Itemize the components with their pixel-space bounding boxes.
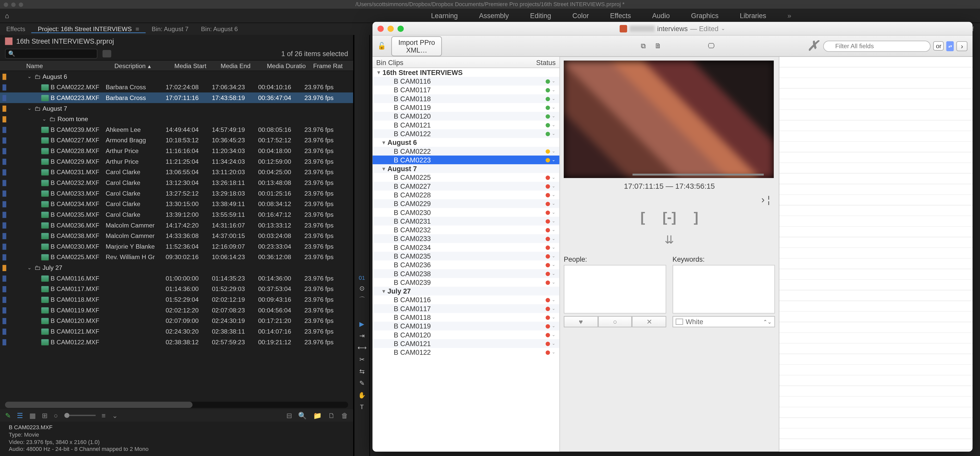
filter-input[interactable] <box>823 40 931 51</box>
fw-clip-row[interactable]: B CAM0118⌄ <box>372 94 559 103</box>
fw-disclosure-icon[interactable]: ▼ <box>376 70 382 75</box>
label-chip[interactable] <box>3 264 6 270</box>
new-bin-icon[interactable] <box>103 50 111 57</box>
label-chip[interactable] <box>3 318 6 324</box>
status-chevron-icon[interactable]: ⌄ <box>552 236 555 241</box>
new-bin-footer-icon[interactable]: 📁 <box>313 412 322 419</box>
automate-icon[interactable]: ⊟ <box>286 412 292 419</box>
disclosure-icon[interactable]: ⌄ <box>26 106 32 111</box>
fw-clip-row[interactable]: B CAM0236⌄ <box>372 261 559 269</box>
find-icon[interactable]: 🔍 <box>298 412 307 419</box>
import-xml-button[interactable]: Import PPro XML… <box>391 36 442 56</box>
scrubber[interactable] <box>632 174 764 175</box>
label-chip[interactable] <box>3 190 6 196</box>
status-chevron-icon[interactable]: ⌄ <box>552 105 555 110</box>
clip-row[interactable]: B CAM0229.MXFArthur Price11:21:25:0411:3… <box>0 156 353 167</box>
fw-titlebar[interactable]: interviews — Edited ⌄ <box>372 22 973 36</box>
workspace-effects[interactable]: Effects <box>610 12 631 19</box>
clip-row[interactable]: B CAM0236.MXFMalcolm Cammer14:17:42:2014… <box>0 220 353 230</box>
status-chevron-icon[interactable]: ⌄ <box>552 315 555 320</box>
status-chevron-icon[interactable]: ⌄ <box>552 184 555 189</box>
status-chevron-icon[interactable]: ⌄ <box>552 254 555 259</box>
fw-clip-row[interactable]: B CAM0119⌄ <box>372 103 559 112</box>
freeform-view-icon[interactable]: ⊞ <box>42 412 48 419</box>
label-chip[interactable] <box>3 84 6 90</box>
tab-bin-aug7[interactable]: Bin: August 7 <box>145 25 195 32</box>
disclosure-icon[interactable]: ⌄ <box>26 265 32 270</box>
link-icon[interactable]: ⌒ <box>359 296 365 304</box>
fw-clip-row[interactable]: B CAM0235⌄ <box>372 252 559 261</box>
label-chip[interactable] <box>3 233 6 239</box>
status-chevron-icon[interactable]: ⌄ <box>552 210 555 215</box>
writable-icon[interactable]: ✎ <box>5 412 11 419</box>
fw-clip-row[interactable]: B CAM0116⌄ <box>372 296 559 304</box>
mark-out-icon[interactable]: ] <box>694 210 698 226</box>
monitor-icon[interactable]: 🖵 <box>708 42 714 50</box>
color-picker[interactable]: White ⌃⌄ <box>673 316 775 327</box>
slip-tool-icon[interactable]: ⇆ <box>360 368 364 375</box>
clip-row[interactable]: B CAM0223.MXFBarbara Cross17:07:11:1617:… <box>0 92 353 103</box>
fw-clip-row[interactable]: B CAM0233⌄ <box>372 234 559 243</box>
duplicate-icon[interactable]: ⧉ <box>641 42 646 50</box>
workspace-assembly[interactable]: Assembly <box>479 12 509 19</box>
selection-tool-icon[interactable]: ▶ <box>360 320 364 327</box>
zoom-out-icon[interactable]: ○ <box>54 412 58 419</box>
status-chevron-icon[interactable]: ⌄ <box>552 297 555 302</box>
label-chip[interactable] <box>3 222 6 228</box>
fw-max-icon[interactable] <box>398 25 404 31</box>
zoom-slider[interactable] <box>64 415 95 416</box>
workspace-editing[interactable]: Editing <box>530 12 551 19</box>
tab-bin-aug6[interactable]: Bin: August 6 <box>195 25 244 32</box>
panel-menu-icon[interactable]: ≡ <box>135 25 139 32</box>
clip-row[interactable]: B CAM0122.MXF02:38:38:1202:57:59:2300:19… <box>0 337 353 347</box>
status-chevron-icon[interactable]: ⌄ <box>552 271 555 276</box>
label-chip[interactable] <box>3 169 6 175</box>
status-chevron-icon[interactable]: ⌄ <box>552 245 555 250</box>
track-select-tool-icon[interactable]: ⇥ <box>360 332 364 339</box>
fw-clip-row[interactable]: B CAM0238⌄ <box>372 269 559 278</box>
type-tool-icon[interactable]: T <box>360 404 364 410</box>
keywords-field[interactable] <box>673 265 775 314</box>
fw-clip-row[interactable]: B CAM0230⌄ <box>372 208 559 217</box>
clip-row[interactable]: B CAM0231.MXFCarol Clarke13:06:55:0413:1… <box>0 167 353 178</box>
col-media-start[interactable]: Media Start <box>172 62 218 69</box>
clip-row[interactable]: B CAM0230.MXFMarjorie Y Blanke11:52:36:0… <box>0 241 353 252</box>
label-chip[interactable] <box>3 275 6 281</box>
trash-icon[interactable]: 🗑 <box>341 412 348 419</box>
fw-clip-row[interactable]: B CAM0225⌄ <box>372 173 559 181</box>
col-name[interactable]: Name <box>9 62 112 69</box>
fw-clip-row[interactable]: B CAM0231⌄ <box>372 217 559 226</box>
status-chevron-icon[interactable]: ⌄ <box>552 306 555 311</box>
next-button[interactable]: › <box>956 41 967 51</box>
fw-clip-row[interactable]: B CAM0120⌄ <box>372 112 559 121</box>
fw-clip-row[interactable]: B CAM0116⌄ <box>372 77 559 86</box>
tab-project[interactable]: Project: 16th Street INTERVIEWS≡ <box>32 25 145 33</box>
label-chip[interactable] <box>3 127 6 133</box>
transcript-pane[interactable] <box>779 57 972 452</box>
label-chip[interactable] <box>3 137 6 143</box>
export-icon[interactable]: ⇊ <box>564 233 775 247</box>
fw-clip-row[interactable]: B CAM0222⌄ <box>372 147 559 156</box>
clip-row[interactable]: B CAM0121.MXF02:24:30:2002:38:38:1100:14… <box>0 326 353 337</box>
fw-clip-row[interactable]: B CAM0229⌄ <box>372 199 559 208</box>
fw-disclosure-icon[interactable]: ▼ <box>381 166 387 172</box>
label-chip[interactable] <box>3 105 6 111</box>
status-chevron-icon[interactable]: ⌄ <box>552 122 555 127</box>
col-description[interactable]: Description▲ <box>112 62 172 69</box>
ripple-tool-icon[interactable]: ⟷ <box>358 344 366 351</box>
razor-tool-icon[interactable]: ✂ <box>360 356 364 363</box>
fw-disclosure-icon[interactable]: ▼ <box>381 288 387 294</box>
fw-clip-row[interactable]: B CAM0119⌄ <box>372 322 559 330</box>
fw-clip-row[interactable]: B CAM0122⌄ <box>372 129 559 138</box>
workspace-audio[interactable]: Audio <box>652 12 670 19</box>
status-chevron-icon[interactable]: ⌄ <box>552 219 555 224</box>
mark-in-icon[interactable]: [ <box>640 210 645 226</box>
status-chevron-icon[interactable]: ⌄ <box>552 96 555 101</box>
status-chevron-icon[interactable]: ⌄ <box>552 350 555 355</box>
clip-row[interactable]: B CAM0228.MXFArthur Price11:16:16:0411:2… <box>0 146 353 156</box>
fw-clip-row[interactable]: B CAM0120⌄ <box>372 330 559 339</box>
fw-clip-row[interactable]: B CAM0117⌄ <box>372 304 559 313</box>
label-chip[interactable] <box>3 307 6 313</box>
fw-clip-row[interactable]: B CAM0121⌄ <box>372 121 559 129</box>
status-chevron-icon[interactable]: ⌄ <box>552 262 555 267</box>
